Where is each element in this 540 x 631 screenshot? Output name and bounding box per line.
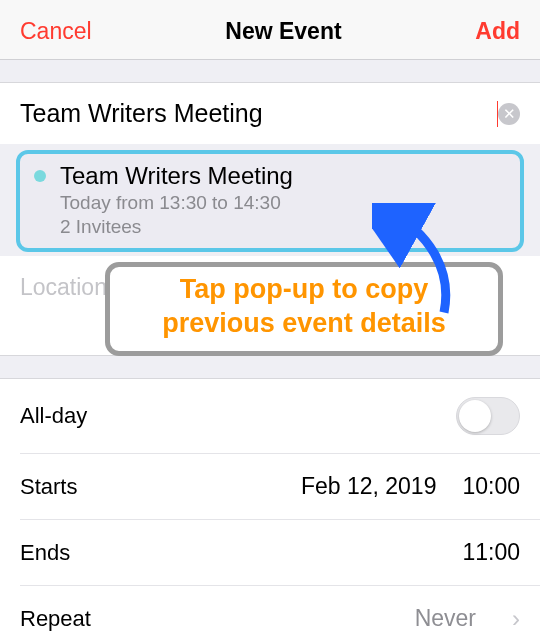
ends-time-value: 11:00: [462, 539, 520, 566]
chevron-right-icon: ›: [512, 605, 520, 632]
suggestion-invitees: 2 Invitees: [60, 216, 293, 238]
starts-row[interactable]: Starts Feb 12, 2019 10:00: [20, 453, 540, 519]
ends-label: Ends: [20, 540, 70, 566]
starts-date-value: Feb 12, 2019: [301, 473, 437, 500]
nav-bar: Cancel New Event Add: [0, 0, 540, 60]
close-icon: ✕: [503, 106, 516, 121]
starts-time-value: 10:00: [462, 473, 520, 500]
allday-row[interactable]: All-day: [0, 379, 540, 453]
event-suggestion-popup[interactable]: Team Writers Meeting Today from 13:30 to…: [16, 150, 524, 252]
suggestion-title: Team Writers Meeting: [60, 162, 293, 190]
nav-title: New Event: [225, 18, 341, 45]
details-group: All-day Starts Feb 12, 2019 10:00 Ends 1…: [0, 378, 540, 631]
clear-text-button[interactable]: ✕: [498, 103, 520, 125]
starts-label: Starts: [20, 474, 77, 500]
section-gap: [0, 356, 540, 378]
title-input[interactable]: Team Writers Meeting: [20, 99, 498, 128]
repeat-row[interactable]: Repeat Never ›: [20, 585, 540, 631]
cancel-button[interactable]: Cancel: [20, 18, 92, 45]
repeat-label: Repeat: [20, 606, 91, 632]
location-placeholder: Location: [20, 274, 107, 300]
repeat-value: Never: [415, 605, 476, 631]
annotation-callout: Tap pop-up to copy previous event detail…: [105, 262, 503, 356]
allday-label: All-day: [20, 403, 87, 429]
ends-row[interactable]: Ends 11:00: [20, 519, 540, 585]
toggle-knob: [459, 400, 491, 432]
title-cell[interactable]: Team Writers Meeting ✕: [0, 82, 540, 144]
suggestion-area: Team Writers Meeting Today from 13:30 to…: [0, 150, 540, 356]
location-cell[interactable]: Location Tap pop-up to copy previous eve…: [0, 256, 540, 356]
callout-line2: previous event details: [122, 307, 486, 341]
add-button[interactable]: Add: [475, 18, 520, 45]
allday-toggle[interactable]: [456, 397, 520, 435]
suggestion-time: Today from 13:30 to 14:30: [60, 192, 293, 214]
section-gap: [0, 60, 540, 82]
calendar-color-dot-icon: [34, 170, 46, 182]
callout-line1: Tap pop-up to copy: [122, 273, 486, 307]
